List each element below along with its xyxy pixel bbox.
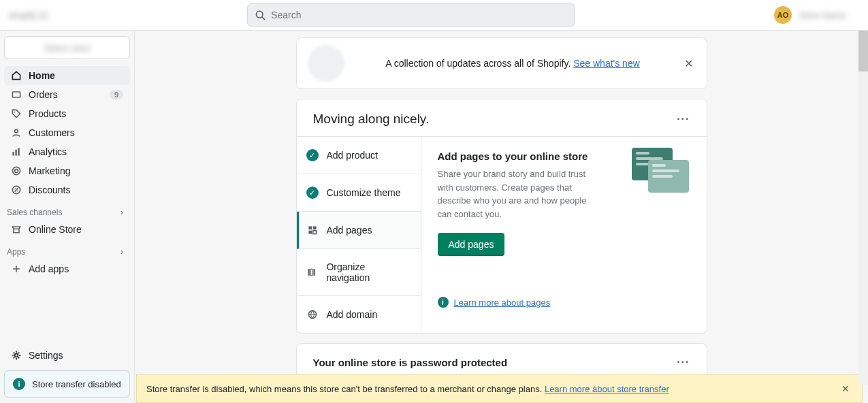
transfer-disabled-banner: Store transfer is disabled, which means …	[136, 374, 863, 403]
store-switcher[interactable]: Select store	[4, 36, 130, 59]
nav: Home Orders 9 Products Customers Analyti…	[4, 66, 130, 398]
svg-rect-5	[12, 152, 14, 156]
svg-point-11	[15, 189, 16, 190]
setup-detail: Add pages to your online store Share you…	[421, 137, 707, 333]
orders-icon	[11, 89, 22, 100]
nav-products[interactable]: Products	[4, 104, 130, 123]
nav-discounts[interactable]: Discounts	[4, 180, 130, 199]
svg-point-13	[15, 354, 18, 357]
close-icon[interactable]: ✕	[839, 381, 852, 397]
svg-point-12	[17, 191, 18, 192]
step-organize-navigation[interactable]: Organize navigation	[297, 249, 421, 296]
learn-more-pages-link[interactable]: Learn more about pages	[454, 297, 551, 308]
svg-point-8	[12, 167, 20, 174]
step-add-domain[interactable]: Add domain	[297, 296, 421, 333]
learn-more-row: i Learn more about pages	[438, 297, 690, 308]
nav-label: Online Store	[29, 224, 82, 235]
svg-rect-14	[308, 226, 312, 229]
banner-text: Store transfer is disabled, which means …	[146, 384, 545, 394]
search-field[interactable]	[247, 3, 575, 27]
setup-card-title: Moving along nicely.	[313, 112, 430, 127]
topbar: shopify 22 AO Store Name	[0, 0, 868, 31]
svg-line-1	[262, 17, 264, 19]
chevron-right-icon: ›	[120, 208, 123, 217]
svg-point-4	[15, 129, 18, 133]
topbar-right: AO Store Name	[774, 6, 860, 24]
chevron-right-icon: ›	[120, 247, 123, 257]
gear-icon	[11, 350, 22, 361]
step-add-pages[interactable]: Add pages	[297, 212, 421, 249]
nav-add-apps[interactable]: Add apps	[4, 259, 130, 278]
disabled-text: Store transfer disabled	[32, 379, 121, 389]
nav-customers[interactable]: Customers	[4, 123, 130, 142]
search-input[interactable]	[271, 10, 568, 20]
add-pages-button[interactable]: Add pages	[438, 233, 505, 256]
svg-rect-7	[18, 148, 19, 155]
step-label: Customize theme	[327, 187, 401, 198]
store-name[interactable]: Store Name	[799, 10, 860, 20]
svg-rect-2	[12, 92, 20, 97]
customers-icon	[11, 127, 22, 138]
nav-orders[interactable]: Orders 9	[4, 85, 130, 104]
setup-steps: ✓ Add product ✓ Customize theme Add page…	[297, 137, 421, 333]
settings-label: Settings	[29, 350, 63, 361]
products-icon	[11, 108, 22, 119]
nav-label: Customers	[29, 127, 75, 138]
nav-label: Orders	[29, 89, 58, 100]
section-sales-channels[interactable]: Sales channels ›	[4, 199, 130, 220]
nav-label: Analytics	[29, 146, 67, 157]
password-card-title: Your online store is password protected	[313, 357, 508, 368]
step-label: Organize navigation	[326, 261, 411, 283]
svg-rect-20	[314, 269, 315, 276]
nav-home[interactable]: Home	[4, 66, 130, 85]
check-icon: ✓	[306, 187, 319, 199]
topbar-brand: shopify 22	[8, 10, 48, 20]
nav-label: Discounts	[29, 184, 70, 195]
svg-rect-17	[312, 231, 316, 234]
nav-marketing[interactable]: Marketing	[4, 161, 130, 180]
svg-rect-15	[312, 226, 316, 229]
see-whats-new-link[interactable]: See what's new	[573, 58, 640, 69]
scrollbar[interactable]	[858, 31, 868, 385]
globe-icon	[306, 308, 319, 321]
svg-rect-19	[311, 269, 312, 276]
info-icon: i	[438, 297, 449, 308]
search-wrap	[247, 3, 575, 27]
step-customize-theme[interactable]: ✓ Customize theme	[297, 174, 421, 212]
scrollbar-thumb[interactable]	[858, 31, 868, 71]
svg-rect-6	[15, 150, 16, 156]
discounts-icon	[11, 184, 22, 195]
store-transfer-disabled-badge: i Store transfer disabled	[4, 370, 130, 398]
search-icon	[255, 10, 266, 20]
learn-more-transfer-link[interactable]: Learn more about store transfer	[545, 384, 669, 394]
close-icon[interactable]: ✕	[681, 54, 696, 73]
nav-label: Marketing	[29, 165, 70, 176]
sidebar: Select store Home Orders 9 Products Cust…	[0, 31, 135, 403]
pages-icon	[306, 224, 319, 236]
more-icon[interactable]: ···	[677, 113, 690, 125]
updates-banner: A collection of updates across all of Sh…	[296, 37, 707, 89]
step-add-product[interactable]: ✓ Add product	[297, 137, 421, 174]
more-icon[interactable]: ···	[677, 356, 690, 368]
nav-label: Add apps	[29, 263, 69, 274]
section-label: Sales channels	[7, 208, 62, 217]
avatar[interactable]: AO	[774, 6, 792, 24]
section-apps[interactable]: Apps ›	[4, 239, 130, 259]
home-icon	[11, 70, 22, 81]
updates-text: A collection of updates across all of Sh…	[354, 58, 672, 69]
nav-online-store[interactable]: Online Store	[4, 220, 130, 239]
nav-settings[interactable]: Settings	[4, 344, 130, 366]
plus-icon	[11, 263, 22, 274]
svg-point-9	[15, 170, 18, 173]
svg-rect-18	[308, 269, 310, 276]
check-icon: ✓	[306, 149, 319, 161]
main: A collection of updates across all of Sh…	[135, 31, 868, 403]
svg-rect-16	[308, 231, 312, 234]
svg-point-0	[257, 11, 263, 18]
step-label: Add pages	[327, 225, 372, 236]
navigation-icon	[306, 266, 319, 278]
nav-analytics[interactable]: Analytics	[4, 142, 130, 161]
pages-illustration	[632, 148, 693, 195]
step-label: Add product	[327, 150, 379, 161]
marketing-icon	[11, 165, 22, 176]
